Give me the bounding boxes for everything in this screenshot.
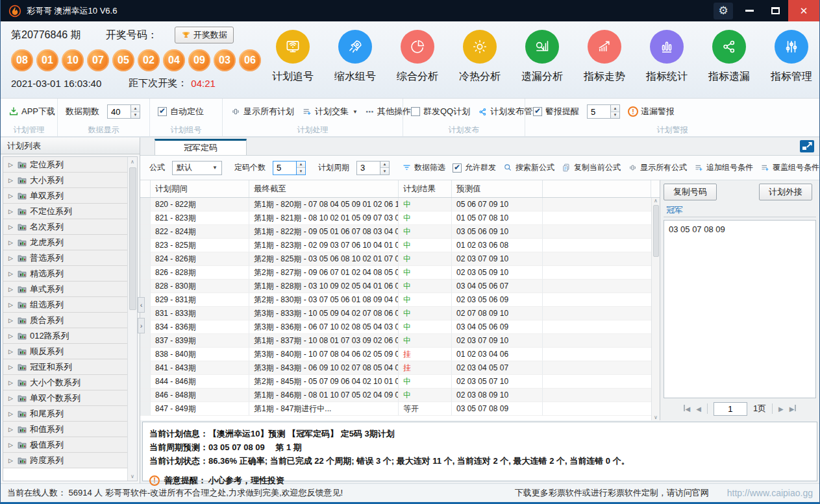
table-row[interactable]: 829 - 831期 第2期 - 830期 - 03 07 05 06 01 0… (140, 293, 660, 307)
table-row[interactable]: 822 - 824期 第1期 - 822期 - 09 05 01 06 07 0… (140, 225, 660, 239)
table-row[interactable]: 841 - 843期 第3期 - 843期 - 06 09 10 02 07 0… (140, 361, 660, 375)
row-selector[interactable] (140, 280, 151, 293)
missing-alert-button[interactable]: ! 遗漏警报 (628, 106, 675, 117)
sidebar-item[interactable]: ▷ 极值系列 (3, 437, 127, 453)
sidebar-item[interactable]: ▷ 名次系列 (3, 219, 127, 235)
sidebar-item[interactable]: ▷ 单式系列 (3, 282, 127, 297)
nav-indicator-stats[interactable]: 指标统计 (636, 25, 698, 98)
expand-arrow-icon[interactable]: ▷ (8, 208, 13, 215)
table-row[interactable]: 837 - 839期 第1期 - 837期 - 10 08 01 07 03 0… (140, 334, 660, 348)
sidebar-item[interactable]: ▷ 顺反系列 (3, 344, 127, 359)
row-selector[interactable] (140, 334, 151, 348)
sidebar-item[interactable]: ▷ 单双个数系列 (3, 390, 127, 406)
table-row[interactable]: 844 - 846期 第2期 - 845期 - 05 07 09 06 04 0… (140, 375, 660, 389)
row-selector[interactable] (140, 266, 151, 280)
sidebar-item[interactable]: ▷ 精选系列 (3, 266, 127, 282)
expand-arrow-icon[interactable]: ▷ (8, 348, 13, 355)
predicted-numbers-textbox[interactable]: 03 05 07 08 09 (664, 220, 816, 398)
row-selector[interactable] (140, 389, 151, 402)
row-selector[interactable] (140, 239, 151, 252)
cycle-stepper[interactable]: ▲▼ (356, 161, 390, 175)
copy-numbers-button[interactable]: 复制号码 (664, 184, 717, 200)
nav-hot-cold-analysis[interactable]: 冷热分析 (449, 25, 511, 98)
alert-value-stepper[interactable]: ▲▼ (587, 104, 620, 119)
table-row[interactable]: 823 - 825期 第1期 - 823期 - 02 09 03 07 06 1… (140, 239, 660, 252)
page-last-button[interactable]: ▶ (789, 405, 796, 413)
sidebar-item[interactable]: ▷ 不定位系列 (3, 204, 127, 219)
tab-champion-code[interactable]: 冠军定码 (155, 139, 247, 155)
row-selector[interactable] (140, 211, 151, 225)
data-filter-button[interactable]: 数据筛选 (402, 162, 445, 173)
sidebar-item[interactable]: ▷ 龙虎系列 (3, 235, 127, 250)
expand-arrow-icon[interactable]: ▷ (8, 395, 13, 402)
stepper-down-icon[interactable]: ▼ (611, 112, 619, 119)
expand-arrow-icon[interactable]: ▷ (8, 224, 13, 230)
collapse-left-icon[interactable]: ‹ (138, 297, 145, 313)
copy-formula-button[interactable]: 复制当前公式 (562, 162, 621, 173)
draw-data-button[interactable]: 开奖数据 (175, 27, 234, 43)
expand-arrow-icon[interactable]: ▷ (8, 457, 13, 464)
close-button[interactable]: ✕ (788, 0, 819, 21)
col-result[interactable]: 计划结果 (399, 180, 452, 197)
nav-indicator-manage[interactable]: 指标管理 (760, 25, 820, 98)
stepper-down-icon[interactable]: ▼ (131, 112, 140, 119)
scroll-up-icon[interactable]: ∧ (130, 157, 134, 166)
row-selector[interactable] (140, 402, 151, 416)
stepper-up-icon[interactable]: ▲ (611, 105, 619, 112)
scrollbar-thumb[interactable] (129, 167, 136, 310)
page-prev-button[interactable]: ◀ (696, 405, 701, 413)
expand-arrow-icon[interactable]: ▷ (8, 162, 13, 168)
override-condition-button[interactable]: 覆盖组号条件 (760, 162, 819, 173)
expand-arrow-icon[interactable]: ▷ (8, 317, 13, 324)
table-row[interactable]: 834 - 836期 第3期 - 836期 - 06 07 10 02 08 0… (140, 320, 660, 334)
table-row[interactable]: 846 - 848期 第1期 - 846期 - 08 01 10 07 05 0… (140, 389, 660, 402)
table-scrollbar[interactable]: ∧ ∨ (651, 198, 660, 420)
expand-arrow-icon[interactable]: ▷ (8, 426, 13, 433)
expand-arrow-icon[interactable]: ▷ (8, 193, 13, 199)
stepper-up-icon[interactable]: ▲ (380, 162, 389, 169)
expand-panel-button[interactable] (800, 140, 814, 152)
alert-remind-checkbox[interactable]: 警报提醒 (533, 106, 579, 117)
sidebar-item[interactable]: ▷ 普选系列 (3, 250, 127, 266)
expand-arrow-icon[interactable]: ▷ (8, 442, 13, 448)
scroll-down-icon[interactable]: ∨ (654, 414, 658, 420)
stepper-up-icon[interactable]: ▲ (297, 162, 305, 169)
plan-intersection-button[interactable]: 计划交集 ▼ (302, 106, 358, 117)
show-all-formulas-button[interactable]: 显示所有公式 (628, 162, 687, 173)
expand-arrow-icon[interactable]: ▷ (8, 177, 13, 184)
allow-broadcast-checkbox[interactable]: 允许群发 (453, 162, 496, 173)
expand-arrow-icon[interactable]: ▷ (8, 333, 13, 339)
nav-indicator-missing[interactable]: 指标遗漏 (698, 25, 760, 98)
table-row[interactable]: 831 - 833期 第3期 - 833期 - 10 05 09 04 02 0… (140, 307, 660, 320)
table-row[interactable]: 821 - 823期 第1期 - 821期 - 08 10 02 01 05 0… (140, 211, 660, 225)
stepper-up-icon[interactable]: ▲ (131, 105, 140, 112)
expand-arrow-icon[interactable]: ▷ (8, 270, 13, 277)
expand-arrow-icon[interactable]: ▷ (8, 239, 13, 246)
expand-arrow-icon[interactable]: ▷ (8, 286, 13, 293)
sidebar-item[interactable]: ▷ 和尾系列 (3, 406, 127, 422)
data-periods-input[interactable] (107, 104, 130, 119)
row-selector[interactable] (140, 375, 151, 389)
row-selector[interactable] (140, 225, 151, 239)
scrollbar-thumb[interactable] (653, 205, 659, 257)
sidebar-item[interactable]: ▷ 和值系列 (3, 422, 127, 437)
data-periods-stepper[interactable]: ▲▼ (107, 104, 140, 119)
row-selector[interactable] (140, 198, 151, 211)
collapse-right-icon[interactable]: › (138, 318, 145, 333)
nav-missing-analysis[interactable]: 遗漏分析 (511, 25, 573, 98)
page-number-input[interactable] (714, 402, 747, 416)
sidebar-item[interactable]: ▷ 012路系列 (3, 328, 127, 344)
search-formula-button[interactable]: 搜索新公式 (503, 162, 554, 173)
expand-arrow-icon[interactable]: ▷ (8, 411, 13, 417)
sidebar-item[interactable]: ▷ 跨度系列 (3, 453, 127, 468)
sidebar-scrollbar[interactable]: ∧ ∨ (127, 157, 137, 481)
auto-position-checkbox[interactable]: 自动定位 (158, 106, 204, 117)
alert-value-input[interactable] (587, 104, 610, 119)
row-selector[interactable] (140, 252, 151, 266)
expand-arrow-icon[interactable]: ▷ (8, 302, 13, 308)
table-row[interactable]: 824 - 826期 第2期 - 825期 - 03 05 06 08 10 0… (140, 252, 660, 266)
sidebar-item[interactable]: ▷ 定位系列 (3, 157, 127, 173)
stepper-down-icon[interactable]: ▼ (297, 168, 305, 174)
table-row[interactable]: 820 - 822期 第1期 - 820期 - 07 08 04 05 09 0… (140, 198, 660, 211)
table-row[interactable]: 828 - 830期 第1期 - 828期 - 03 10 09 02 05 0… (140, 280, 660, 293)
